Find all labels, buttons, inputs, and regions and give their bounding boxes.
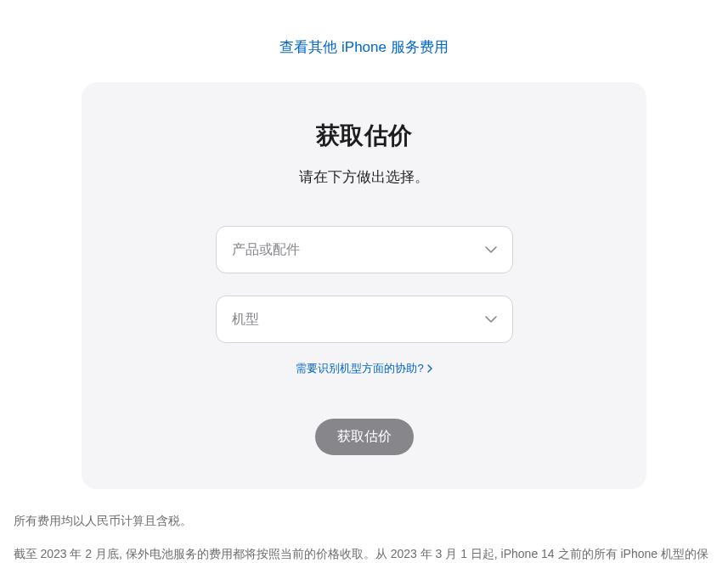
chevron-down-icon [485,246,497,253]
footer-line-2a: 截至 2023 年 2 月底, 保外电池服务的费用都将按照当前的价格收取。从 2… [14,547,708,563]
model-select-wrapper: 机型 [216,296,513,343]
estimate-card: 获取估价 请在下方做出选择。 产品或配件 机型 需要识别机型方面的协助? [82,82,646,489]
footer-text: 所有费用均以人民币计算且含税。 截至 2023 年 2 月底, 保外电池服务的费… [12,508,717,563]
product-select[interactable]: 产品或配件 [216,226,513,273]
footer-line-2: 截至 2023 年 2 月底, 保外电池服务的费用都将按照当前的价格收取。从 2… [14,541,715,563]
chevron-right-icon [427,363,432,375]
help-link-label: 需要识别机型方面的协助? [296,361,423,376]
chevron-down-icon [485,316,497,323]
identify-model-help-link[interactable]: 需要识别机型方面的协助? [296,361,432,376]
other-service-fees-link[interactable]: 查看其他 iPhone 服务费用 [279,39,448,55]
card-subtitle: 请在下方做出选择。 [116,167,612,187]
top-link-row: 查看其他 iPhone 服务费用 [8,0,720,82]
help-link-row: 需要识别机型方面的协助? [116,360,612,376]
model-select[interactable]: 机型 [216,296,513,343]
product-select-wrapper: 产品或配件 [216,226,513,273]
get-estimate-button[interactable]: 获取估价 [315,419,414,455]
card-title: 获取估价 [116,120,612,152]
footer-line-1: 所有费用均以人民币计算且含税。 [14,508,715,534]
model-select-placeholder: 机型 [232,311,259,329]
product-select-placeholder: 产品或配件 [232,241,300,259]
